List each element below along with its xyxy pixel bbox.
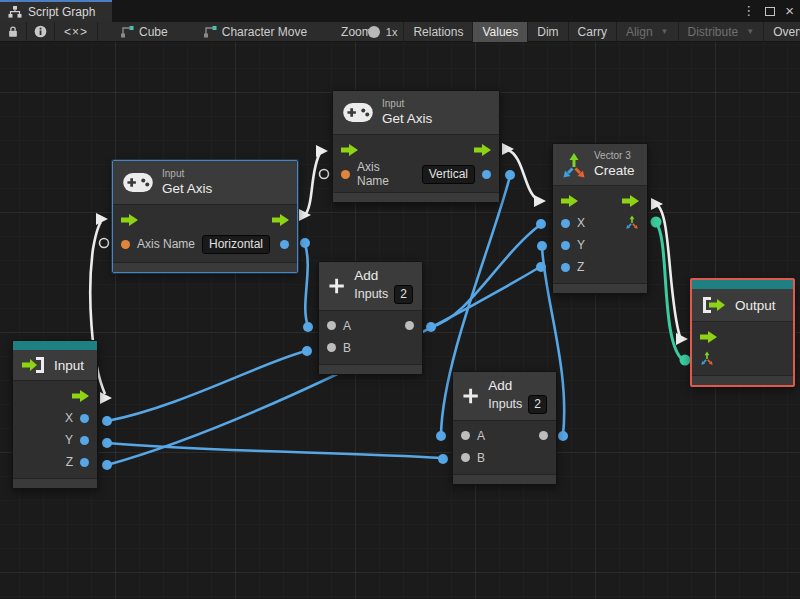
- info-button[interactable]: [27, 22, 54, 42]
- value-out-port[interactable]: [482, 170, 491, 179]
- lock-button[interactable]: [0, 22, 26, 42]
- value-in-port-a[interactable]: [461, 431, 470, 440]
- node-footer: [553, 283, 647, 293]
- node-title: Add: [354, 268, 413, 285]
- axis-name-field[interactable]: Horizontal: [202, 235, 270, 254]
- zoom-slider-handle[interactable]: [368, 26, 380, 38]
- chevron-down-icon: ▼: [661, 27, 669, 36]
- gamepad-icon: [343, 103, 373, 122]
- plus-icon: [462, 383, 479, 409]
- node-add-1[interactable]: Add Inputs 2 A B: [318, 261, 423, 375]
- node-footer: [333, 192, 499, 202]
- port-label: A: [343, 319, 351, 333]
- string-in-port[interactable]: [341, 170, 350, 179]
- value-out-port[interactable]: [280, 240, 289, 249]
- node-add-2[interactable]: Add Inputs 2 A B: [452, 371, 557, 485]
- flow-in-port[interactable]: [561, 195, 578, 207]
- relations-toggle[interactable]: Relations: [404, 22, 472, 42]
- node-title: Output: [735, 298, 776, 313]
- breadcrumb-label: Cube: [139, 25, 168, 39]
- graph-output-icon: [701, 296, 727, 314]
- port-label: Axis Name: [357, 160, 415, 188]
- node-title: Get Axis: [162, 181, 212, 198]
- value-out-port[interactable]: [405, 321, 414, 330]
- breadcrumb-character-move[interactable]: Character Move: [195, 22, 316, 42]
- gamepad-icon: [123, 173, 153, 192]
- flow-in-port[interactable]: [341, 144, 358, 156]
- window-close-icon[interactable]: ×: [785, 0, 794, 22]
- node-title: Add: [488, 378, 547, 395]
- graph-toolbar: <×> Cube Character Move Zoom 1x Relation…: [0, 22, 800, 42]
- string-in-port[interactable]: [121, 240, 130, 249]
- value-in-port-a[interactable]: [327, 321, 336, 330]
- port-label: Y: [577, 238, 585, 252]
- graph-node-icon: [121, 26, 134, 38]
- flow-out-port[interactable]: [72, 390, 89, 402]
- node-subtitle: Vector 3: [594, 150, 635, 163]
- port-label: B: [343, 341, 351, 355]
- port-label: Y: [65, 433, 73, 447]
- overview-button[interactable]: Overv: [764, 22, 800, 42]
- inputs-count-field[interactable]: 2: [528, 395, 547, 414]
- port-label: X: [577, 216, 585, 230]
- node-footer: [453, 474, 556, 484]
- value-out-port-y[interactable]: [80, 436, 89, 445]
- node-subtitle: Input: [162, 168, 212, 181]
- node-graph-input[interactable]: Input X Y Z: [12, 340, 98, 489]
- node-subtitle: Input: [382, 98, 432, 111]
- value-in-port-z[interactable]: [561, 263, 570, 272]
- node-footer: [13, 478, 97, 488]
- port-label: Z: [66, 455, 73, 469]
- vector3-port-icon: [700, 351, 714, 365]
- dim-toggle[interactable]: Dim: [528, 22, 567, 42]
- node-get-axis-horizontal[interactable]: Input Get Axis Axis Name Horizontal: [112, 160, 298, 273]
- flow-out-port[interactable]: [622, 195, 639, 207]
- value-out-port-x[interactable]: [80, 414, 89, 423]
- flow-out-port[interactable]: [474, 144, 491, 156]
- tab-script-graph[interactable]: Script Graph: [0, 0, 112, 22]
- window-tab-bar: Script Graph ⋮ ×: [0, 0, 800, 22]
- value-out-port[interactable]: [539, 431, 548, 440]
- value-in-port-y[interactable]: [561, 241, 570, 250]
- flow-out-port[interactable]: [272, 214, 289, 226]
- port-label: A: [477, 429, 485, 443]
- node-title: Create: [594, 163, 635, 180]
- graph-node-icon: [204, 26, 217, 38]
- node-footer: [692, 375, 793, 385]
- breadcrumb-cube[interactable]: Cube: [112, 22, 177, 42]
- vector3-out-port[interactable]: [625, 215, 639, 232]
- flow-in-port[interactable]: [700, 331, 717, 343]
- vector3-icon: [561, 152, 587, 178]
- inputs-label: Inputs: [354, 287, 388, 303]
- node-accent-strip: [692, 280, 793, 289]
- node-vector3-create[interactable]: Vector 3 Create X Y: [552, 143, 648, 294]
- zoom-value: 1x: [386, 26, 398, 38]
- node-graph-output[interactable]: Output: [690, 278, 795, 387]
- plus-icon: [328, 273, 345, 299]
- value-out-port-z[interactable]: [80, 458, 89, 467]
- window-maximize-icon[interactable]: [765, 7, 775, 16]
- lock-icon: [7, 25, 19, 38]
- chevron-down-icon: ▼: [746, 27, 754, 36]
- node-title: Input: [54, 358, 84, 373]
- port-label: Axis Name: [137, 237, 195, 251]
- value-in-port-b[interactable]: [327, 343, 336, 352]
- value-in-port-x[interactable]: [561, 219, 570, 228]
- tab-label: Script Graph: [28, 5, 95, 19]
- node-get-axis-vertical[interactable]: Input Get Axis Axis Name Vertical: [332, 90, 500, 203]
- align-dropdown[interactable]: Align▼: [617, 22, 678, 42]
- values-toggle[interactable]: Values: [473, 22, 527, 42]
- axis-name-field[interactable]: Vertical: [422, 165, 475, 184]
- window-menu-icon[interactable]: ⋮: [742, 0, 755, 22]
- distribute-dropdown[interactable]: Distribute▼: [679, 22, 764, 42]
- value-in-port-b[interactable]: [461, 453, 470, 462]
- code-view-button[interactable]: <×>: [55, 22, 97, 42]
- node-footer: [113, 262, 297, 272]
- carry-toggle[interactable]: Carry: [569, 22, 616, 42]
- flow-in-port[interactable]: [121, 214, 138, 226]
- vector3-in-port[interactable]: [700, 351, 714, 368]
- inputs-label: Inputs: [488, 397, 522, 413]
- node-accent-strip: [13, 341, 97, 350]
- node-title: Get Axis: [382, 111, 432, 128]
- inputs-count-field[interactable]: 2: [394, 285, 413, 304]
